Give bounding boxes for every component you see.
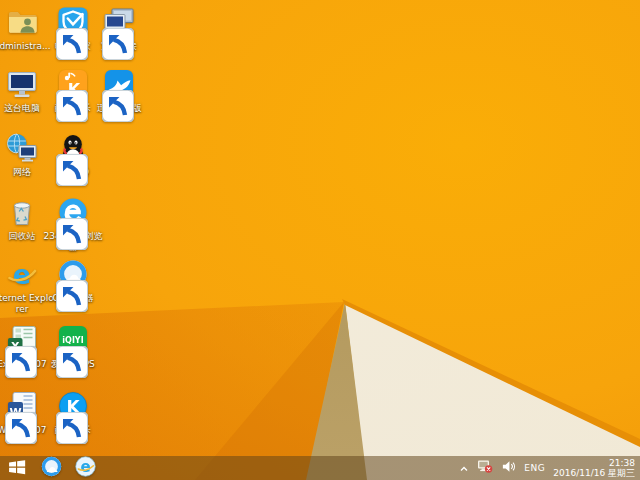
desktop-icon-tencent-qq[interactable]: 腾讯QQ	[40, 132, 106, 178]
windows-logo-icon	[7, 457, 27, 480]
qq-browser-icon	[40, 455, 63, 480]
desktop-icon-thunder[interactable]: 迅雷极速版	[86, 68, 152, 114]
kugou-music-icon: K	[57, 390, 89, 422]
svg-text:e: e	[13, 259, 31, 290]
shortcut-arrow-icon	[56, 90, 67, 101]
network-disconnected-icon	[477, 458, 493, 478]
taskbar-internet-explorer-button[interactable]: e	[68, 456, 102, 480]
shortcut-arrow-icon	[102, 90, 113, 101]
taskbar-left: e	[0, 456, 102, 480]
recycle-bin-icon	[6, 196, 38, 228]
desktop-icon-broadband[interactable]: 宽带连接	[86, 6, 152, 52]
browser-2345-icon	[57, 196, 89, 228]
chevron-up-icon	[459, 459, 469, 478]
word-2007-icon: W	[6, 390, 38, 422]
desktop-icon-iqiyi-pps[interactable]: iQIYI爱奇艺PPS	[40, 324, 106, 370]
desktop-icon-browser-2345[interactable]: 2345加速浏览器	[40, 196, 106, 253]
internet-explorer-icon: e	[74, 455, 97, 480]
kuwo-music-icon: K	[57, 68, 89, 100]
shortcut-arrow-icon	[56, 412, 67, 423]
network-icon	[6, 132, 38, 164]
desktop-icon-qq-browser[interactable]: QQ浏览器	[40, 258, 106, 304]
qq-browser-icon	[57, 258, 89, 290]
system-tray: ENG 21:38 2016/11/16 星期三	[459, 456, 640, 480]
language-indicator[interactable]: ENG	[524, 463, 545, 473]
clock-time: 21:38	[553, 458, 635, 468]
show-hidden-icons-button[interactable]	[459, 459, 469, 478]
taskbar-qq-browser-button[interactable]	[34, 456, 68, 480]
thunder-icon	[103, 68, 135, 100]
clock-date: 2016/11/16 星期三	[553, 468, 635, 478]
svg-text:iQIYI: iQIYI	[62, 336, 83, 345]
shortcut-arrow-icon	[5, 412, 16, 423]
shortcut-arrow-icon	[56, 280, 67, 291]
excel-2007-icon: X	[6, 324, 38, 356]
clock[interactable]: 21:38 2016/11/16 星期三	[553, 458, 635, 478]
start-button[interactable]	[0, 456, 34, 480]
desktop[interactable]: Administra...电脑管家宽带连接这台电脑K酷我音乐迅雷极速版网络腾讯Q…	[0, 0, 640, 480]
shortcut-arrow-icon	[56, 218, 67, 229]
iqiyi-pps-icon: iQIYI	[57, 324, 89, 356]
shortcut-arrow-icon	[56, 28, 67, 39]
this-pc-icon	[6, 68, 38, 100]
svg-text:e: e	[80, 458, 90, 476]
network-status-button[interactable]	[477, 458, 493, 478]
taskbar: e ENG 21:38 2016	[0, 456, 640, 480]
user-folder-icon	[6, 6, 38, 38]
volume-button[interactable]	[501, 459, 516, 478]
shortcut-arrow-icon	[102, 28, 113, 39]
internet-explorer-icon: e	[6, 258, 38, 290]
tencent-qq-icon	[57, 132, 89, 164]
shortcut-arrow-icon	[5, 346, 16, 357]
broadband-icon	[103, 6, 135, 38]
desktop-icon-kugou-music[interactable]: K酷狗音乐	[40, 390, 106, 436]
shortcut-arrow-icon	[56, 154, 67, 165]
speaker-icon	[501, 459, 516, 478]
pc-manager-icon	[57, 6, 89, 38]
shortcut-arrow-icon	[56, 346, 67, 357]
